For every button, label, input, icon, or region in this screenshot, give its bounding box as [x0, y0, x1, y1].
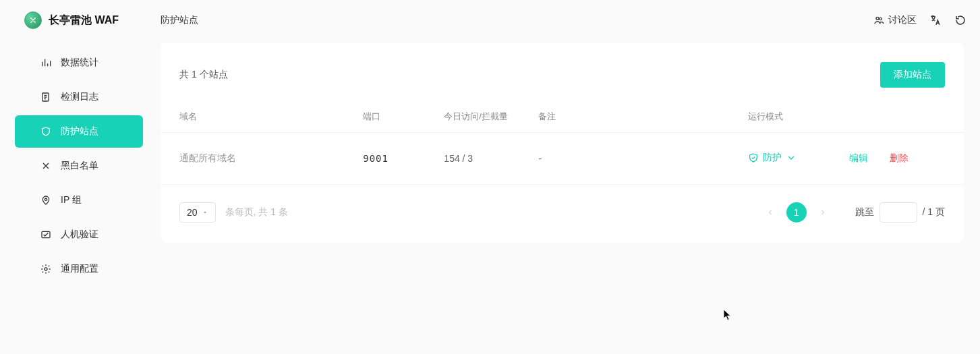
jump-label: 跳至 [855, 206, 874, 218]
page-number-current[interactable]: 1 [786, 202, 807, 223]
gear-icon [40, 264, 51, 274]
cursor-icon [723, 309, 732, 321]
app-logo [24, 11, 42, 29]
sidebar-item-ipgroup[interactable]: IP 组 [15, 184, 143, 216]
shield-icon [40, 126, 51, 137]
edit-link[interactable]: 编辑 [849, 152, 868, 163]
page-nav: 1 跳至 / 1 页 [761, 202, 945, 223]
tools-icon [40, 160, 51, 171]
cell-visit: 154 / 3 [444, 133, 538, 185]
sidebar-item-stats[interactable]: 数据统计 [15, 47, 143, 79]
add-site-button[interactable]: 添加站点 [880, 62, 945, 88]
sidebar-item-captcha[interactable]: 人机验证 [15, 218, 143, 251]
page-title: 防护站点 [161, 14, 198, 26]
cell-domain: 通配所有域名 [161, 133, 363, 185]
forum-label: 讨论区 [888, 14, 917, 26]
sidebar-item-label: 人机验证 [61, 229, 98, 241]
svg-point-5 [45, 268, 47, 270]
cell-actions: 编辑 删除 [849, 133, 964, 185]
sites-table: 域名 端口 今日访问/拦截量 备注 运行模式 通配所有域名 9001 154 /… [161, 101, 964, 184]
sidebar-item-label: IP 组 [61, 194, 82, 206]
header-right: 讨论区 [873, 13, 967, 27]
mode-selector[interactable]: 防护 [748, 152, 797, 164]
site-count-summary: 共 1 个站点 [179, 69, 228, 81]
sidebar-item-label: 检测日志 [61, 91, 98, 103]
header: 长亭雷池 WAF 防护站点 讨论区 [0, 0, 980, 40]
location-icon [40, 195, 51, 206]
page-size-select[interactable]: 20 [179, 202, 216, 223]
col-domain: 域名 [161, 101, 363, 133]
bar-chart-icon [40, 57, 51, 68]
sidebar-item-label: 通用配置 [61, 263, 98, 275]
card-head: 共 1 个站点 添加站点 [161, 43, 964, 101]
shield-check-icon [748, 152, 759, 163]
delete-link[interactable]: 删除 [890, 152, 909, 163]
page-size-value: 20 [187, 207, 198, 218]
language-icon[interactable] [929, 13, 942, 27]
sidebar-item-label: 数据统计 [61, 57, 98, 69]
logout-icon[interactable] [954, 14, 967, 26]
jump-to-page: 跳至 / 1 页 [855, 202, 945, 223]
sidebar-item-logs[interactable]: 检测日志 [15, 81, 143, 113]
prev-page-button[interactable] [761, 203, 780, 222]
forum-link[interactable]: 讨论区 [873, 14, 917, 26]
sidebar: 数据统计 检测日志 防护站点 黑白名单 IP 组 人机验证 通用配置 [0, 40, 146, 291]
jump-input[interactable] [880, 202, 917, 223]
table-row: 通配所有域名 9001 154 / 3 - 防护 编辑 删除 [161, 133, 964, 185]
caret-down-icon [202, 209, 208, 216]
jump-suffix: / 1 页 [923, 206, 945, 218]
col-port: 端口 [363, 101, 444, 133]
cell-port: 9001 [363, 133, 444, 185]
sidebar-item-label: 黑白名单 [61, 160, 98, 172]
sidebar-item-sites[interactable]: 防护站点 [15, 115, 143, 148]
table-header-row: 域名 端口 今日访问/拦截量 备注 运行模式 [161, 101, 964, 133]
col-visit: 今日访问/拦截量 [444, 101, 538, 133]
verify-icon [40, 229, 51, 240]
svg-point-1 [880, 18, 882, 20]
col-note: 备注 [538, 101, 747, 133]
col-mode: 运行模式 [748, 101, 849, 133]
next-page-button[interactable] [813, 203, 832, 222]
app-title: 长亭雷池 WAF [49, 13, 119, 28]
svg-point-0 [876, 17, 879, 20]
pagination: 20 条每页, 共 1 条 1 跳至 / 1 页 [161, 184, 964, 243]
cell-note: - [538, 133, 747, 185]
sidebar-item-lists[interactable]: 黑白名单 [15, 150, 143, 182]
log-icon [40, 92, 51, 102]
logo-wrap: 长亭雷池 WAF [24, 11, 119, 29]
page-meta: 条每页, 共 1 条 [225, 206, 288, 218]
chevron-right-icon [819, 208, 827, 216]
chevron-left-icon [766, 208, 774, 216]
cell-mode: 防护 [748, 133, 849, 185]
mode-label: 防护 [763, 152, 782, 164]
main-content: 共 1 个站点 添加站点 域名 端口 今日访问/拦截量 备注 运行模式 通配所有… [161, 43, 964, 243]
sidebar-item-settings[interactable]: 通用配置 [15, 253, 143, 285]
col-actions [849, 101, 964, 133]
port-value: 9001 [363, 153, 388, 164]
sidebar-item-label: 防护站点 [61, 125, 98, 138]
svg-point-3 [45, 198, 47, 200]
sites-card: 共 1 个站点 添加站点 域名 端口 今日访问/拦截量 备注 运行模式 通配所有… [161, 43, 964, 243]
users-icon [873, 15, 884, 26]
chevron-down-icon [786, 152, 797, 163]
